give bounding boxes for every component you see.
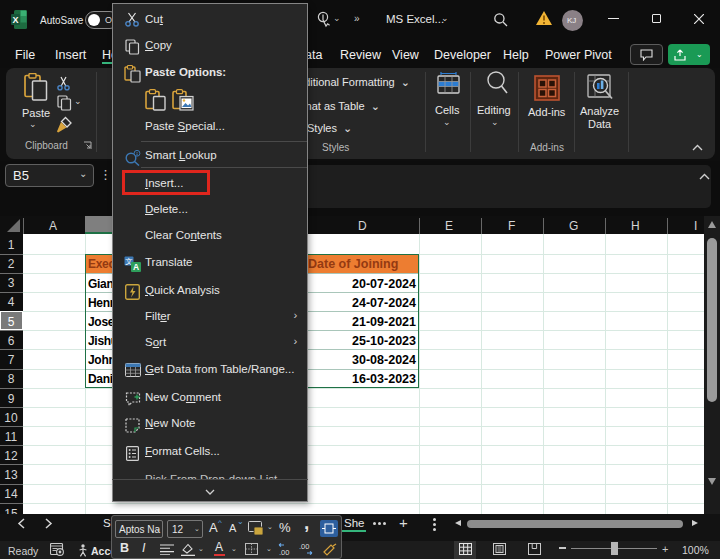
svg-text:.00: .00: [279, 548, 289, 557]
svg-text:.00: .00: [299, 542, 309, 551]
svg-text:X: X: [12, 15, 18, 25]
svg-text:A: A: [132, 262, 138, 272]
